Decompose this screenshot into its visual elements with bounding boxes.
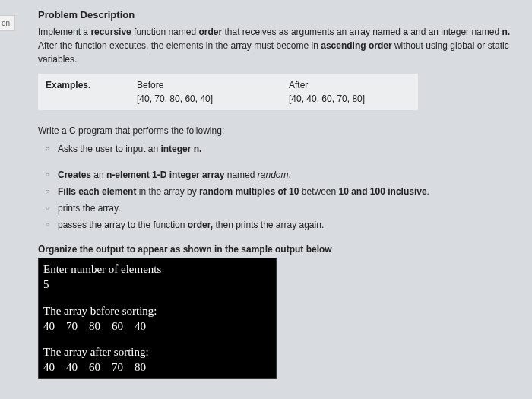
list-item: prints the array.	[49, 201, 517, 215]
terminal-line: 40 40 60 70 80	[43, 359, 271, 375]
organize-heading: Organize the output to appear as shown i…	[38, 244, 517, 255]
bullet-list-1: Asks the user to input an integer n.	[38, 142, 517, 156]
list-item: Asks the user to input an integer n.	[49, 142, 517, 156]
text-bold: 10 and 100 inclusive	[339, 186, 427, 197]
problem-heading: Problem Description	[38, 9, 517, 21]
list-item: passes the array to the function order, …	[49, 218, 517, 232]
page-content: Problem Description Implement a recursiv…	[30, 0, 532, 379]
text: an	[91, 169, 106, 180]
before-value: [40, 70, 80, 60, 40]	[137, 93, 289, 104]
text: named	[224, 169, 257, 180]
bullet-list-2: Creates an n-element 1-D integer array n…	[38, 168, 517, 232]
text-bold: Creates	[58, 169, 91, 180]
text-bold: n-element 1-D integer array	[106, 169, 224, 180]
examples-label: Examples.	[46, 80, 137, 104]
text-bold: order	[198, 27, 222, 37]
text: After the function executes, the element…	[38, 40, 321, 51]
examples-box: Examples. Before [40, 70, 80, 60, 40] Af…	[38, 74, 418, 110]
text: that receives as arguments an array name…	[222, 27, 403, 37]
text: .	[427, 186, 429, 197]
text: Asks the user to input an	[58, 144, 160, 154]
list-item: Fills each element in the array by rando…	[49, 185, 517, 198]
terminal-line: The array before sorting:	[43, 303, 271, 318]
terminal-line: 5	[43, 277, 271, 292]
list-item: Creates an n-element 1-D integer array n…	[49, 168, 517, 182]
before-column: Before [40, 70, 80, 60, 40]	[137, 80, 289, 104]
sample-output-terminal: Enter number of elements 5 The array bef…	[38, 258, 277, 379]
text-bold: order,	[188, 220, 213, 230]
text-bold: integer n.	[160, 144, 201, 154]
text-bold: Fills each element	[58, 186, 136, 197]
terminal-line: 40 70 80 60 40	[43, 318, 271, 334]
text-bold: ascending order	[321, 40, 391, 51]
text: and an integer named	[408, 27, 502, 37]
text: Implement a	[38, 27, 90, 37]
task-intro: Write a C program that performs the foll…	[38, 124, 517, 138]
text: passes the array to the function	[58, 220, 188, 230]
terminal-line: The array after sorting:	[43, 344, 271, 359]
after-column: After [40, 40, 60, 70, 80]	[289, 80, 410, 104]
side-tag: on	[0, 15, 15, 31]
text: function named	[131, 27, 199, 37]
text: between	[299, 186, 338, 197]
text-italic: random	[258, 169, 289, 180]
text-bold: n.	[502, 27, 510, 37]
text: in the array by	[136, 186, 199, 197]
terminal-line: Enter number of elements	[43, 261, 271, 277]
after-value: [40, 40, 60, 70, 80]	[289, 93, 410, 104]
before-label: Before	[137, 80, 289, 90]
intro-paragraph: Implement a recursive function named ord…	[38, 25, 517, 66]
text: then prints the array again.	[213, 220, 324, 230]
text-bold: a	[403, 27, 408, 37]
text-bold: random multiples of 10	[199, 186, 299, 197]
text-bold: recursive	[90, 27, 131, 37]
after-label: After	[289, 80, 410, 90]
text: .	[288, 169, 290, 180]
